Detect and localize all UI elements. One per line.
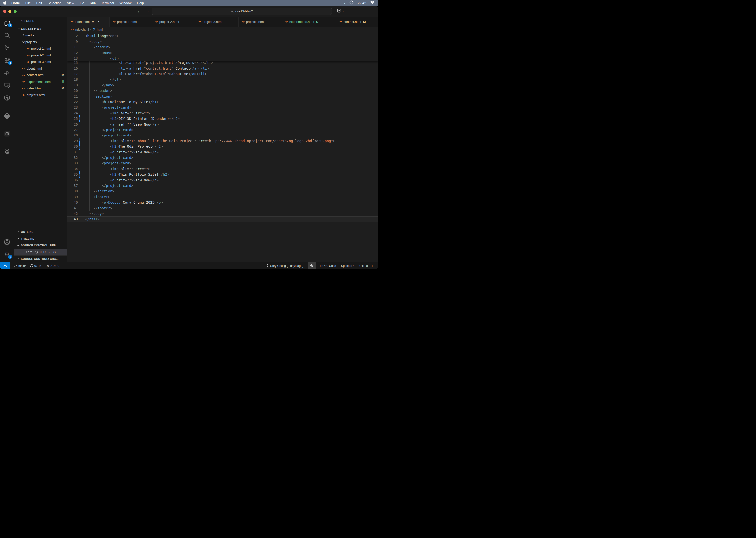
- settings-gear-button[interactable]: ⚙ 1: [0, 248, 14, 260]
- code-line-25[interactable]: 25 <h2>DIY 3D Printer (Duender)</h2>: [67, 116, 378, 121]
- menu-item-selection[interactable]: Selection: [45, 1, 64, 5]
- menu-item-go[interactable]: Go: [77, 1, 87, 5]
- sticky-line-12[interactable]: 12 <nav>: [67, 50, 378, 56]
- tab-project-3.html[interactable]: <>project-3.html: [195, 17, 239, 27]
- navigate-forward-icon[interactable]: →: [145, 9, 150, 14]
- apple-logo-icon[interactable]: [4, 1, 7, 5]
- refresh-icon[interactable]: ↻: [53, 250, 56, 254]
- menu-item-terminal[interactable]: Terminal: [99, 1, 117, 5]
- sticky-line-2[interactable]: 2<html lang="en">: [67, 33, 378, 39]
- minimize-window-button[interactable]: [9, 10, 12, 13]
- search-activity-button[interactable]: [0, 29, 14, 42]
- code-line-18[interactable]: 18 </ul>: [67, 77, 378, 82]
- branch-status-item[interactable]: main*: [12, 262, 28, 269]
- menu-item-file[interactable]: File: [23, 1, 34, 5]
- tree-file-about.html[interactable]: <>about.html: [15, 65, 67, 72]
- remote-indicator[interactable]: ><: [0, 262, 10, 269]
- tree-file-index.html[interactable]: <>index.htmlM: [15, 85, 67, 92]
- code-line-26[interactable]: 26 <a href="">View Now</a>: [67, 121, 378, 127]
- code-line-27[interactable]: 27 </project-card>: [67, 127, 378, 133]
- code-line-41[interactable]: 41 </footer>: [67, 205, 378, 211]
- tree-folder-cse134-hw2[interactable]: CSE134-HW2: [15, 26, 67, 32]
- explorer-activity-button[interactable]: 3: [0, 17, 14, 29]
- accounts-button[interactable]: [0, 236, 14, 248]
- close-window-button[interactable]: [3, 10, 6, 13]
- sync-status-item[interactable]: 0↓ 1↑: [28, 262, 43, 269]
- code-line-31[interactable]: 31 <a href="">View Now</a>: [67, 149, 378, 155]
- code-line-30[interactable]: 30 <h2>The Odin Project</h2>: [67, 144, 378, 149]
- container-tools-activity-button[interactable]: [0, 91, 14, 104]
- breadcrumb[interactable]: <> index.html › html: [67, 27, 378, 32]
- menubar-chevron-icon[interactable]: ‹: [344, 1, 345, 5]
- code-line-20[interactable]: 20 </header>: [67, 88, 378, 93]
- code-line-35[interactable]: 35 <h2>This Portfoio Site!</h2>: [67, 172, 378, 177]
- tab-projects.html[interactable]: <>projects.html: [239, 17, 282, 27]
- code-editor[interactable]: 2<html lang="en">9 <body>11 <header>12 <…: [67, 32, 378, 262]
- bot-extension-activity-button[interactable]: [0, 145, 14, 158]
- zoom-window-button[interactable]: [14, 10, 17, 13]
- menu-item-view[interactable]: View: [64, 1, 77, 5]
- tree-file-project-1.html[interactable]: <>project-1.html: [15, 45, 67, 52]
- customize-layout-button[interactable]: ⌄: [337, 9, 344, 13]
- code-line-23[interactable]: 23 <project-card>: [67, 105, 378, 110]
- code-line-22[interactable]: 22 <h1>Welcome To My Site</h1>: [67, 99, 378, 105]
- eol-item[interactable]: LF: [370, 262, 377, 269]
- code-line-28[interactable]: 28 <project-card>: [67, 133, 378, 138]
- menu-item-help[interactable]: Help: [134, 1, 147, 5]
- close-tab-icon[interactable]: ×: [98, 20, 100, 24]
- sticky-line-13[interactable]: 13 <ul>: [67, 56, 378, 61]
- zoom-status-item[interactable]: [308, 262, 316, 269]
- run-debug-activity-button[interactable]: [0, 67, 14, 79]
- tree-file-project-2.html[interactable]: <>project-2.html: [15, 52, 67, 59]
- tree-file-experiments.html[interactable]: <>experiments.htmlU: [15, 79, 67, 85]
- wifi-icon[interactable]: [370, 1, 374, 5]
- m-extension-activity-button[interactable]: [0, 128, 14, 140]
- code-line-43[interactable]: 43</html>: [67, 216, 378, 222]
- code-line-37[interactable]: 37 </project-card>: [67, 183, 378, 188]
- code-line-38[interactable]: 38 </section>: [67, 188, 378, 194]
- code-line-19[interactable]: 19 </nav>: [67, 82, 378, 88]
- extensions-activity-button[interactable]: 4: [0, 54, 14, 67]
- breadcrumb-symbol[interactable]: html: [97, 28, 103, 31]
- problems-status-item[interactable]: ⊗ 2 ⚠ 0: [45, 262, 61, 269]
- command-center-search[interactable]: cse134-hw2: [152, 8, 332, 15]
- code-line-17[interactable]: 17 <li><a href="about.html">About Me</a>…: [67, 71, 378, 77]
- edge-tools-activity-button[interactable]: [0, 110, 14, 122]
- encoding-item[interactable]: UTF-8: [357, 262, 369, 269]
- tree-file-contact.html[interactable]: <>contact.htmlM: [15, 72, 67, 79]
- scm-changes-section-header[interactable]: SOURCE CONTROL: CHA...: [15, 255, 67, 262]
- tab-project-1.html[interactable]: <>project-1.html: [110, 17, 152, 27]
- tab-experiments.html[interactable]: <>experiments.htmlU: [282, 17, 336, 27]
- code-line-32[interactable]: 32 </project-card>: [67, 155, 378, 160]
- timeline-section-header[interactable]: TIMELINE: [15, 235, 67, 242]
- menu-item-edit[interactable]: Edit: [34, 1, 45, 5]
- gitlens-blame-item[interactable]: Cory Chung (2 days ago): [264, 262, 305, 269]
- tree-file-projects.html[interactable]: <>projects.html: [15, 91, 67, 98]
- code-line-24[interactable]: 24 <img alt="" src="">: [67, 110, 378, 116]
- menu-item-window[interactable]: Window: [117, 1, 134, 5]
- code-line-21[interactable]: 21 <section>: [67, 93, 378, 99]
- code-line-36[interactable]: 36 <a href="">View Now</a>: [67, 177, 378, 183]
- menu-item-code[interactable]: Code: [9, 1, 23, 5]
- commit-check-icon[interactable]: ✓: [48, 250, 51, 254]
- code-line-39[interactable]: 39 <footer>: [67, 194, 378, 200]
- tree-file-project-3.html[interactable]: <>project-3.html: [15, 59, 67, 65]
- indentation-item[interactable]: Spaces: 4: [339, 262, 356, 269]
- outline-section-header[interactable]: OUTLINE: [15, 228, 67, 235]
- code-line-40[interactable]: 40 <p>&copy; Cory Chung 2025</p>: [67, 200, 378, 205]
- sticky-line-11[interactable]: 11 <header>: [67, 44, 378, 50]
- tree-folder-media[interactable]: media: [15, 32, 67, 39]
- source-control-activity-button[interactable]: [0, 42, 14, 54]
- explorer-actions-icon[interactable]: ···: [60, 19, 64, 23]
- sticky-line-9[interactable]: 9 <body>: [67, 39, 378, 45]
- code-line-29[interactable]: 29 <img alt="Thumbnail for The Odin Proj…: [67, 138, 378, 144]
- menu-item-run[interactable]: Run: [87, 1, 99, 5]
- navigate-back-icon[interactable]: ←: [137, 9, 141, 14]
- tab-index.html[interactable]: <>index.htmlM×: [67, 17, 110, 27]
- code-line-16[interactable]: 16 <li><a href="contact.html">Contact</a…: [67, 65, 378, 71]
- breadcrumb-file[interactable]: index.html: [74, 28, 89, 31]
- cursor-position-item[interactable]: Ln 43, Col 8: [318, 262, 338, 269]
- scm-repositories-section-header[interactable]: SOURCE CONTROL: REP...: [15, 242, 67, 248]
- code-line-33[interactable]: 33 <project-card>: [67, 160, 378, 166]
- tree-folder-projects[interactable]: projects: [15, 39, 67, 45]
